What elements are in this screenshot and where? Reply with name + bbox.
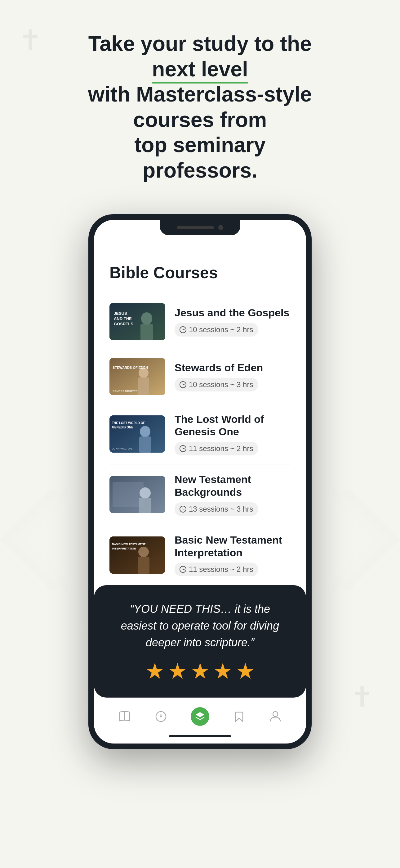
course-name-1: Jesus and the Gospels — [174, 306, 291, 319]
star-5: ★ — [236, 660, 255, 682]
svg-rect-5 — [140, 324, 153, 340]
svg-point-33 — [160, 716, 162, 717]
svg-point-26 — [138, 547, 149, 557]
course-thumb-2: STEWARDS OF EDEN SANDRA RICHTER — [109, 358, 165, 395]
svg-text:✝: ✝ — [19, 25, 42, 56]
header-line3: top seminary professors. — [134, 133, 265, 182]
course-info-4: New Testament Backgrounds 13 sessions ~ … — [174, 473, 291, 516]
svg-rect-25 — [109, 536, 165, 574]
svg-rect-17 — [139, 436, 151, 453]
course-name-5: Basic New Testament Interpretation — [174, 534, 291, 559]
phone-screen: Bible Courses — [94, 220, 306, 744]
svg-text:GOSPELS: GOSPELS — [114, 321, 133, 326]
course-thumb-4 — [109, 476, 165, 513]
svg-text:BASIC NEW TESTAMENT: BASIC NEW TESTAMENT — [112, 542, 146, 546]
course-info-3: The Lost World of Genesis One 11 session… — [174, 413, 291, 456]
notch-dot — [218, 225, 223, 230]
svg-rect-27 — [138, 557, 149, 574]
course-sessions-1: 10 sessions ~ 2 hrs — [189, 326, 253, 334]
svg-point-16 — [140, 426, 151, 437]
course-meta-4: 13 sessions ~ 3 hrs — [174, 502, 258, 516]
course-meta-2: 10 sessions ~ 3 hrs — [174, 378, 258, 392]
course-sessions-3: 11 sessions ~ 2 hrs — [189, 444, 253, 453]
course-item-2[interactable]: STEWARDS OF EDEN SANDRA RICHTER Stewards… — [109, 349, 291, 404]
notch-bar — [177, 226, 214, 229]
clock-icon-5 — [179, 566, 186, 573]
cross-bg-tl: ✝ — [19, 25, 43, 56]
header-line2: with Masterclass-style courses from — [88, 82, 312, 131]
svg-text:JOHN WALTON: JOHN WALTON — [112, 447, 132, 450]
book-icon — [118, 710, 131, 723]
header-highlight: next level — [152, 57, 248, 82]
person-icon — [269, 710, 282, 723]
course-thumb-1: JESUS AND THE GOSPELS — [109, 303, 165, 340]
svg-text:✝: ✝ — [351, 682, 374, 712]
star-4: ★ — [213, 660, 233, 682]
course-item-5[interactable]: BASIC NEW TESTAMENT INTERPRETATION Basic… — [109, 525, 291, 586]
review-overlay: “YOU NEED THIS… it is the easiest to ope… — [94, 585, 306, 698]
course-thumb-img-1: JESUS AND THE GOSPELS — [109, 303, 165, 340]
svg-point-34 — [273, 712, 278, 716]
course-info-5: Basic New Testament Interpretation 11 se… — [174, 534, 291, 577]
svg-text:SANDRA RICHTER: SANDRA RICHTER — [112, 390, 138, 393]
course-meta-3: 11 sessions ~ 2 hrs — [174, 442, 258, 456]
course-item-3[interactable]: THE LOST WORLD OF GENESIS ONE JOHN WALTO… — [109, 404, 291, 465]
left-chevron-bg — [0, 477, 77, 602]
course-meta-5: 11 sessions ~ 2 hrs — [174, 562, 258, 576]
svg-rect-24 — [139, 498, 151, 513]
section-title: Bible Courses — [109, 263, 291, 282]
svg-rect-12 — [138, 377, 149, 395]
nav-item-read[interactable] — [118, 710, 131, 723]
clock-icon-1 — [179, 326, 186, 333]
course-sessions-2: 10 sessions ~ 3 hrs — [189, 380, 253, 389]
course-thumb-5: BASIC NEW TESTAMENT INTERPRETATION — [109, 536, 165, 574]
course-meta-1: 10 sessions ~ 2 hrs — [174, 323, 258, 337]
phone-notch — [160, 220, 240, 235]
stars-row: ★ ★ ★ ★ ★ — [112, 660, 288, 682]
course-thumb-img-4 — [109, 476, 165, 513]
svg-text:STEWARDS OF EDEN: STEWARDS OF EDEN — [112, 366, 148, 369]
screen-content: Bible Courses — [94, 239, 306, 586]
svg-text:GENESIS ONE: GENESIS ONE — [112, 426, 133, 429]
svg-text:JESUS: JESUS — [114, 311, 127, 316]
header-title: Take your study to the next level with M… — [85, 31, 315, 183]
course-info-2: Stewards of Eden 10 sessions ~ 3 hrs — [174, 361, 291, 392]
nav-item-profile[interactable] — [269, 710, 282, 723]
phone-outer: Bible Courses — [88, 214, 312, 749]
bookmark-icon — [232, 710, 246, 723]
course-thumb-img-2: STEWARDS OF EDEN SANDRA RICHTER — [109, 358, 165, 395]
svg-text:THE LOST WORLD OF: THE LOST WORLD OF — [112, 421, 145, 425]
course-sessions-5: 11 sessions ~ 2 hrs — [189, 565, 253, 574]
nav-item-explore[interactable] — [154, 710, 168, 723]
course-name-3: The Lost World of Genesis One — [174, 413, 291, 438]
layers-icon-active — [191, 707, 209, 726]
course-thumb-img-3: THE LOST WORLD OF GENESIS ONE JOHN WALTO… — [109, 415, 165, 453]
phone-mockup: Bible Courses — [88, 214, 312, 749]
star-2: ★ — [168, 660, 187, 682]
course-item-1[interactable]: JESUS AND THE GOSPELS Jesus and the Gosp… — [109, 294, 291, 349]
compass-icon — [154, 710, 168, 723]
star-1: ★ — [145, 660, 165, 682]
svg-point-4 — [141, 312, 152, 325]
clock-icon-2 — [179, 381, 186, 388]
bottom-nav — [94, 698, 306, 732]
nav-item-saved[interactable] — [232, 710, 246, 723]
header-line1: Take your study to the — [88, 32, 312, 55]
svg-text:INTERPRETATION: INTERPRETATION — [112, 547, 136, 550]
course-name-2: Stewards of Eden — [174, 361, 291, 374]
svg-text:AND THE: AND THE — [114, 316, 132, 321]
nav-item-courses[interactable] — [191, 707, 209, 726]
course-item-4[interactable]: New Testament Backgrounds 13 sessions ~ … — [109, 464, 291, 525]
course-name-4: New Testament Backgrounds — [174, 473, 291, 499]
course-list: JESUS AND THE GOSPELS Jesus and the Gosp… — [109, 294, 291, 586]
clock-icon-4 — [179, 506, 186, 513]
clock-icon-3 — [179, 445, 186, 452]
header-section: Take your study to the next level with M… — [61, 0, 339, 202]
course-thumb-img-5: BASIC NEW TESTAMENT INTERPRETATION — [109, 536, 165, 574]
course-sessions-4: 13 sessions ~ 3 hrs — [189, 505, 253, 514]
course-info-1: Jesus and the Gospels 10 sessions ~ 2 hr… — [174, 306, 291, 337]
home-indicator — [169, 735, 231, 737]
svg-point-23 — [139, 487, 151, 499]
right-chevron-bg — [323, 477, 400, 602]
star-3: ★ — [190, 660, 210, 682]
